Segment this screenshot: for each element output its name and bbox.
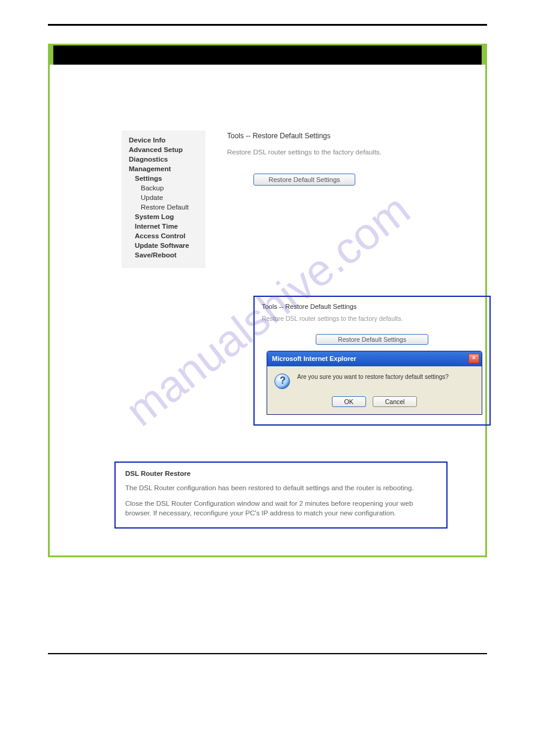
sidebar-item-update[interactable]: Update [129, 193, 198, 202]
restore-paragraph-1: The DSL Router configuration has been re… [125, 483, 437, 493]
sidebar-item-diagnostics[interactable]: Diagnostics [129, 154, 198, 164]
dialog-message: Are you sure you want to restore factory… [297, 374, 449, 380]
close-icon[interactable]: × [468, 354, 479, 363]
sidebar-item-backup[interactable]: Backup [129, 183, 198, 193]
sidebar-item-settings[interactable]: Settings [129, 174, 198, 183]
sidebar-item-management[interactable]: Management [129, 164, 198, 174]
main-content-pane: Tools -- Restore Default Settings Restor… [227, 130, 382, 268]
dialog-title: Microsoft Internet Explorer [272, 355, 356, 362]
sidebar-item-restore-default[interactable]: Restore Default [129, 202, 198, 212]
cancel-button[interactable]: Cancel [373, 396, 418, 407]
screenshot-frame: manualshive.com Device Info Advanced Set… [48, 44, 487, 557]
ie-confirm-dialog: Microsoft Internet Explorer × Are you su… [267, 351, 482, 415]
pane-description: Restore DSL router settings to the facto… [227, 148, 382, 156]
restore-confirm-screenshot: Tools -- Restore Default Settings Restor… [253, 296, 491, 426]
sidebar-item-advanced-setup[interactable]: Advanced Setup [129, 145, 198, 154]
sidebar-item-access-control[interactable]: Access Control [129, 231, 198, 241]
restore-defaults-button-2[interactable]: Restore Default Settings [316, 334, 428, 345]
sidebar-item-internet-time[interactable]: Internet Time [129, 221, 198, 231]
router-admin-ui: Device Info Advanced Setup Diagnostics M… [62, 130, 473, 268]
black-header-bar [50, 45, 485, 65]
ok-button[interactable]: OK [332, 396, 366, 407]
router-restore-notice: DSL Router Restore The DSL Router config… [114, 462, 448, 529]
top-rule [48, 24, 487, 26]
sidebar-item-update-software[interactable]: Update Software [129, 241, 198, 250]
sidebar-item-save-reboot[interactable]: Save/Reboot [129, 250, 198, 260]
sidebar-item-device-info[interactable]: Device Info [129, 135, 198, 145]
pane-title: Tools -- Restore Default Settings [227, 132, 382, 140]
restore-defaults-button[interactable]: Restore Default Settings [253, 174, 355, 186]
restore-paragraph-2: Close the DSL Router Configuration windo… [125, 499, 437, 518]
pane2-description: Restore DSL router settings to the facto… [262, 315, 482, 322]
sidebar-item-system-log[interactable]: System Log [129, 212, 198, 221]
dialog-titlebar: Microsoft Internet Explorer × [267, 351, 482, 366]
pane2-title: Tools -- Restore Default Settings [262, 303, 482, 310]
restore-title: DSL Router Restore [125, 470, 437, 477]
question-icon [274, 374, 290, 389]
bottom-rule [48, 653, 487, 654]
sidebar-nav: Device Info Advanced Setup Diagnostics M… [122, 130, 205, 268]
